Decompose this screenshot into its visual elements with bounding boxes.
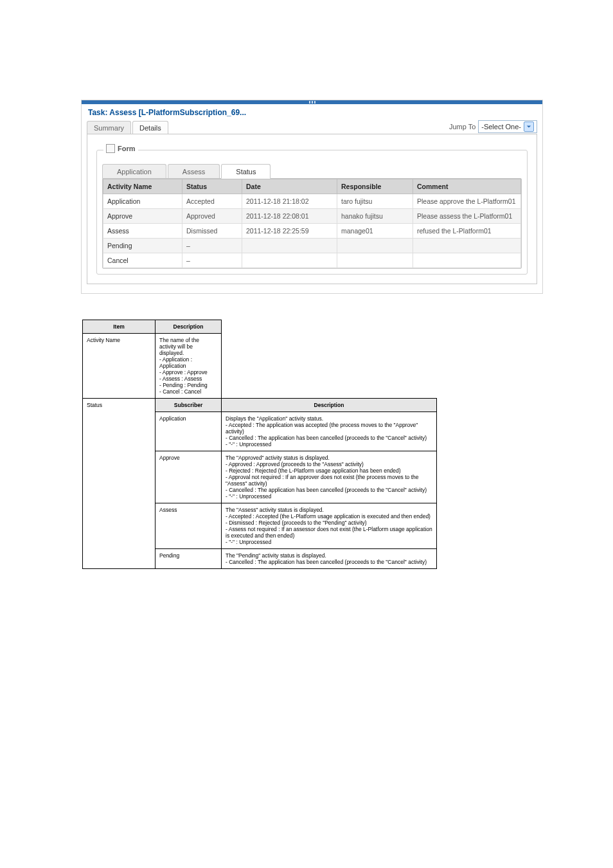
cell-status: – — [182, 253, 242, 268]
desc-item: Status — [83, 399, 155, 569]
tab-assess[interactable]: Assess — [168, 164, 220, 178]
th-date: Date — [242, 179, 337, 194]
table-row: Pending– — [103, 239, 521, 253]
outer-tabs: Summary Details — [87, 120, 170, 134]
cell-status: Accepted — [182, 194, 242, 209]
tab-application[interactable]: Application — [102, 164, 166, 178]
cell-activity: Cancel — [103, 253, 182, 268]
jump-to-select[interactable]: -Select One- — [478, 120, 537, 133]
desc-sub-description: The "Approved" activity status is displa… — [222, 451, 437, 503]
form-legend: Form — [103, 144, 138, 153]
cell-date: 2011-12-18 22:08:01 — [242, 209, 337, 224]
cell-status: Approved — [182, 209, 242, 224]
tab-summary[interactable]: Summary — [87, 121, 131, 134]
table-row: ApproveApproved2011-12-18 22:08:01hanako… — [103, 209, 521, 224]
desc-sub-subscriber: Pending — [155, 549, 222, 569]
tab-details[interactable]: Details — [132, 121, 168, 134]
status-table: Activity Name Status Date Responsible Co… — [103, 179, 521, 268]
desc-sub-subscriber: Application — [155, 412, 222, 451]
task-window: Task: Assess [L-PlatformSubscription_69.… — [81, 100, 543, 294]
jump-to-value: -Select One- — [481, 123, 521, 131]
desc-sub-description: Displays the "Application" activity stat… — [222, 412, 437, 451]
desc-sub-subscriber: Approve — [155, 451, 222, 503]
cell-responsible: taro fujitsu — [337, 194, 413, 209]
desc-sub-header-subscriber: Subscriber — [155, 399, 222, 412]
cell-comment: Please assess the L-Platform01 — [413, 209, 521, 224]
tab-status[interactable]: Status — [221, 164, 271, 179]
chevron-down-icon — [524, 122, 534, 132]
table-row: Cancel– — [103, 253, 521, 268]
jump-to-label: Jump To — [449, 123, 475, 131]
cell-comment — [413, 239, 521, 253]
window-grip-icon — [305, 101, 319, 104]
table-row: ApplicationAccepted2011-12-18 21:18:02ta… — [103, 194, 521, 209]
table-row: AssessDismissed2011-12-18 22:25:59manage… — [103, 224, 521, 239]
desc-th-item: Item — [83, 320, 155, 334]
th-activity-name: Activity Name — [103, 179, 182, 194]
cell-responsible — [337, 239, 413, 253]
cell-activity: Assess — [103, 224, 182, 239]
cell-activity: Pending — [103, 239, 182, 253]
cell-date: 2011-12-18 21:18:02 — [242, 194, 337, 209]
desc-item: Activity Name — [83, 334, 155, 399]
desc-sub-description: The "Assess" activity status is displaye… — [222, 503, 437, 549]
cell-responsible — [337, 253, 413, 268]
cell-date — [242, 253, 337, 268]
th-comment: Comment — [413, 179, 521, 194]
cell-responsible: manage01 — [337, 224, 413, 239]
cell-status: Dismissed — [182, 224, 242, 239]
form-inner-tabs: Application Assess Status — [102, 163, 522, 178]
desc-sub-subscriber: Assess — [155, 503, 222, 549]
desc-row: StatusSubscriberDescription — [83, 399, 437, 412]
cell-comment: refused the L-Platform01 — [413, 224, 521, 239]
desc-th-desc: Description — [155, 320, 222, 334]
cell-date: 2011-12-18 22:25:59 — [242, 224, 337, 239]
desc-header-row: Item Description — [83, 320, 437, 334]
cell-status: – — [182, 239, 242, 253]
th-responsible: Responsible — [337, 179, 413, 194]
description-table: Item Description Activity NameThe name o… — [82, 320, 437, 569]
form-legend-text: Form — [118, 145, 136, 152]
cell-comment: Please approve the L-Platform01 — [413, 194, 521, 209]
form-icon — [106, 144, 115, 153]
th-status: Status — [182, 179, 242, 194]
form-group: Form Application Assess Status Activity … — [96, 150, 528, 275]
desc-description: The name of the activity will be display… — [155, 334, 222, 399]
cell-date — [242, 239, 337, 253]
task-title: Task: Assess [L-PlatformSubscription_69.… — [88, 108, 537, 117]
desc-sub-description: The "Pending" activity status is display… — [222, 549, 437, 569]
desc-sub-header-description: Description — [222, 399, 437, 412]
cell-activity: Approve — [103, 209, 182, 224]
cell-responsible: hanako fujitsu — [337, 209, 413, 224]
table-header-row: Activity Name Status Date Responsible Co… — [103, 179, 521, 194]
cell-activity: Application — [103, 194, 182, 209]
window-top-bar — [82, 100, 542, 104]
details-pane: Form Application Assess Status Activity … — [87, 134, 537, 284]
desc-row: Activity NameThe name of the activity wi… — [83, 334, 437, 399]
cell-comment — [413, 253, 521, 268]
status-pane: Activity Name Status Date Responsible Co… — [102, 178, 522, 269]
